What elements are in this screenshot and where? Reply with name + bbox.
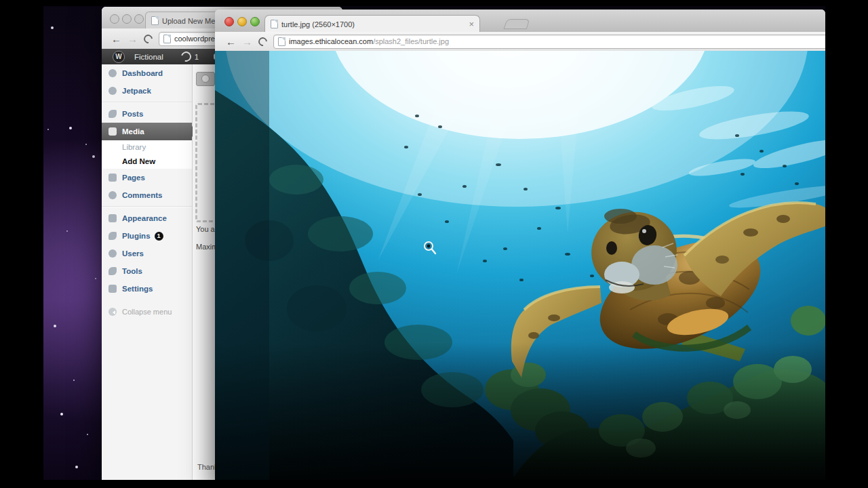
chrome-titlebar[interactable]: turtle.jpg (2560×1700) × [215,9,825,33]
minimize-button[interactable] [122,14,132,24]
plugins-icon [108,232,117,240]
sidebar-item-media[interactable]: Media [102,123,192,140]
sidebar-item-users[interactable]: Users [102,245,192,262]
sidebar-item-appearance[interactable]: Appearance [102,209,192,227]
sidebar-separator [102,206,192,207]
chrome-toolbar: ← → images.ethicalocean.com/splash2_file… [215,32,825,52]
sidebar-separator [102,102,192,103]
url-host: images.ethicalocean.com [289,37,373,45]
sidebar-item-settings[interactable]: Settings [102,280,192,298]
letterbox-left [0,0,43,488]
media-uploader-icon [196,72,215,86]
letterbox-right [825,0,868,488]
sidebar-item-jetpack[interactable]: Jetpack [102,82,192,100]
address-bar[interactable]: images.ethicalocean.com/splash2_files/tu… [273,35,829,49]
tab-title: Upload New Medi [162,17,221,25]
video-frame: { "wp": { "tab_title": "Upload New Medi"… [0,0,868,488]
sidebar-item-dashboard[interactable]: Dashboard [102,64,192,82]
letterbox-bottom [0,480,868,488]
close-button[interactable] [110,14,119,24]
sidebar-item-plugins[interactable]: Plugins 1 [102,227,192,245]
upload-notice-line: You a [196,225,215,233]
posts-icon [108,110,117,118]
dashboard-icon [108,69,117,77]
collapse-menu-button[interactable]: Collapse menu [102,304,192,319]
tab-close-icon[interactable]: × [469,20,474,28]
comments-icon [108,191,117,199]
url-text: coolwordpre [174,35,215,43]
reload-icon[interactable] [256,35,269,47]
sidebar-item-tools[interactable]: Tools [102,262,192,280]
users-icon [108,249,117,258]
wp-admin-sidebar: Dashboard Jetpack Posts Media Library Ad… [102,64,193,480]
new-tab-button[interactable] [504,19,530,29]
zoom-button[interactable] [250,17,260,26]
updates-icon[interactable] [179,49,193,63]
collapse-arrow-icon [108,308,117,316]
close-button[interactable] [224,17,234,26]
tab-title: turtle.jpg (2560×1700) [281,20,465,28]
forward-icon[interactable]: → [127,34,138,44]
sidebar-item-library[interactable]: Library [102,140,192,154]
back-icon[interactable]: ← [111,34,121,44]
tools-icon [108,267,117,275]
reload-icon[interactable] [142,33,154,45]
letterbox-top [0,0,868,6]
media-icon [108,127,117,136]
tab-turtle-jpg[interactable]: turtle.jpg (2560×1700) × [264,15,480,33]
minimize-button[interactable] [237,17,247,26]
chrome-image-window: turtle.jpg (2560×1700) × ← → images.ethi… [215,9,825,488]
page-favicon [151,16,159,25]
turtle-photo-art [215,51,825,488]
plugins-update-badge: 1 [155,232,163,241]
appearance-icon [108,214,117,222]
sidebar-item-pages[interactable]: Pages [102,169,192,186]
sidebar-item-comments[interactable]: Comments [102,186,192,204]
pages-icon [108,174,117,182]
wordpress-logo-icon[interactable]: W [113,51,125,63]
site-name[interactable]: Fictional [134,53,163,61]
jetpack-icon [108,87,117,95]
page-favicon [271,20,278,28]
sidebar-item-add-new[interactable]: Add New [102,154,192,169]
sidebar-item-posts[interactable]: Posts [102,105,192,123]
zoom-button[interactable] [134,14,144,24]
turtle-photo[interactable] [215,51,825,488]
page-favicon [163,35,171,43]
settings-icon [108,285,117,293]
forward-icon[interactable]: → [242,37,252,47]
url-path: /splash2_files/turtle.jpg [373,37,449,45]
page-favicon [278,37,285,46]
back-icon[interactable]: ← [226,37,236,47]
updates-count: 1 [195,53,199,61]
